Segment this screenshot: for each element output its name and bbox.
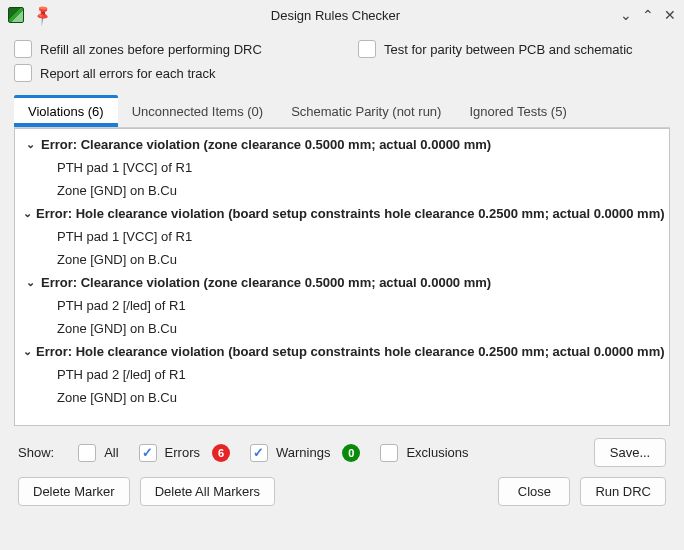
chevron-down-icon[interactable]: ⌄: [23, 207, 32, 220]
violation-title: Error: Hole clearance violation (board s…: [36, 344, 665, 359]
violation-item[interactable]: ⌄ Error: Hole clearance violation (board…: [15, 340, 669, 363]
tab-schematic-parity[interactable]: Schematic Parity (not run): [277, 98, 455, 127]
save-button[interactable]: Save...: [594, 438, 666, 467]
filter-exclusions-label: Exclusions: [406, 445, 468, 460]
close-icon[interactable]: ✕: [664, 7, 676, 23]
violation-item[interactable]: ⌄ Error: Clearance violation (zone clear…: [15, 271, 669, 294]
filter-exclusions-checkbox[interactable]: Exclusions: [380, 444, 468, 462]
violation-item[interactable]: ⌄ Error: Clearance violation (zone clear…: [15, 133, 669, 156]
filter-row: Show: All Errors 6 Warnings 0 Exclusions…: [14, 426, 670, 477]
refill-zones-checkbox[interactable]: Refill all zones before performing DRC: [14, 40, 326, 58]
parity-checkbox[interactable]: Test for parity between PCB and schemati…: [358, 40, 670, 58]
window-title: Design Rules Checker: [51, 8, 620, 23]
delete-marker-button[interactable]: Delete Marker: [18, 477, 130, 506]
violation-title: Error: Clearance violation (zone clearan…: [41, 137, 491, 152]
maximize-icon[interactable]: ⌃: [642, 7, 654, 23]
checkbox-icon: [250, 444, 268, 462]
checkbox-icon: [78, 444, 96, 462]
violation-detail[interactable]: Zone [GND] on B.Cu: [15, 386, 669, 409]
errors-count-badge: 6: [212, 444, 230, 462]
filter-warnings-label: Warnings: [276, 445, 330, 460]
tab-ignored-tests[interactable]: Ignored Tests (5): [455, 98, 580, 127]
violation-detail[interactable]: PTH pad 2 [/led] of R1: [15, 363, 669, 386]
filter-all-label: All: [104, 445, 118, 460]
close-button[interactable]: Close: [498, 477, 570, 506]
app-icon: [8, 7, 24, 23]
titlebar: 📌 Design Rules Checker ⌄ ⌃ ✕: [0, 0, 684, 30]
violation-detail[interactable]: Zone [GND] on B.Cu: [15, 179, 669, 202]
tab-violations[interactable]: Violations (6): [14, 98, 118, 127]
report-errors-checkbox[interactable]: Report all errors for each track: [14, 64, 216, 82]
tab-unconnected[interactable]: Unconnected Items (0): [118, 98, 278, 127]
checkbox-icon: [14, 64, 32, 82]
violation-detail[interactable]: PTH pad 1 [VCC] of R1: [15, 156, 669, 179]
action-row: Delete Marker Delete All Markers Close R…: [14, 477, 670, 510]
refill-zones-label: Refill all zones before performing DRC: [40, 42, 262, 57]
checkbox-icon: [358, 40, 376, 58]
violation-title: Error: Hole clearance violation (board s…: [36, 206, 665, 221]
violation-detail[interactable]: Zone [GND] on B.Cu: [15, 317, 669, 340]
checkbox-icon: [14, 40, 32, 58]
show-label: Show:: [18, 445, 54, 460]
report-errors-label: Report all errors for each track: [40, 66, 216, 81]
minimize-icon[interactable]: ⌄: [620, 7, 632, 23]
chevron-down-icon[interactable]: ⌄: [23, 138, 37, 151]
violations-list[interactable]: ⌄ Error: Clearance violation (zone clear…: [14, 128, 670, 426]
filter-errors-label: Errors: [165, 445, 200, 460]
violation-title: Error: Clearance violation (zone clearan…: [41, 275, 491, 290]
chevron-down-icon[interactable]: ⌄: [23, 345, 32, 358]
parity-label: Test for parity between PCB and schemati…: [384, 42, 633, 57]
violation-detail[interactable]: PTH pad 2 [/led] of R1: [15, 294, 669, 317]
filter-errors-checkbox[interactable]: Errors 6: [139, 444, 230, 462]
checkbox-icon: [139, 444, 157, 462]
tab-bar: Violations (6) Unconnected Items (0) Sch…: [14, 98, 670, 128]
violation-detail[interactable]: Zone [GND] on B.Cu: [15, 248, 669, 271]
violation-detail[interactable]: PTH pad 1 [VCC] of R1: [15, 225, 669, 248]
chevron-down-icon[interactable]: ⌄: [23, 276, 37, 289]
violation-item[interactable]: ⌄ Error: Hole clearance violation (board…: [15, 202, 669, 225]
checkbox-icon: [380, 444, 398, 462]
delete-all-markers-button[interactable]: Delete All Markers: [140, 477, 275, 506]
filter-warnings-checkbox[interactable]: Warnings 0: [250, 444, 360, 462]
warnings-count-badge: 0: [342, 444, 360, 462]
filter-all-checkbox[interactable]: All: [78, 444, 118, 462]
run-drc-button[interactable]: Run DRC: [580, 477, 666, 506]
